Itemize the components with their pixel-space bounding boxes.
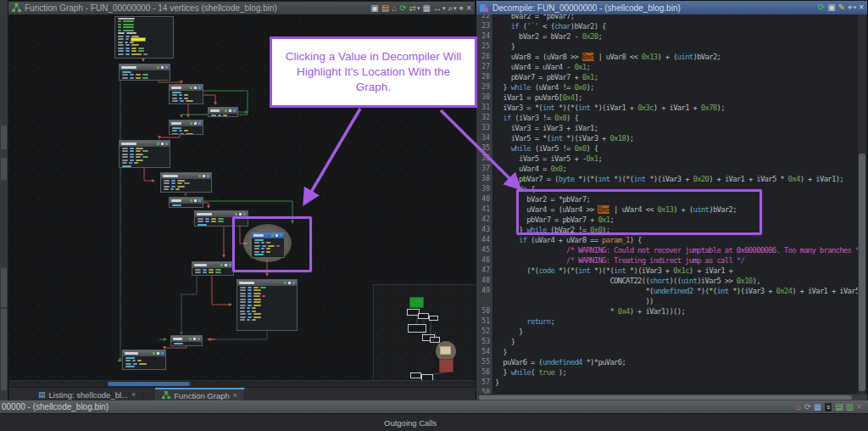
code-line[interactable]: 44 if (uVar4 + uVar8 == param_1) {: [476, 235, 859, 245]
graph-block[interactable]: [236, 279, 298, 331]
code-line[interactable]: 26 uVar8 = (uVar8 >> 0xd | uVar8 << 0x13…: [476, 52, 859, 62]
graph-block[interactable]: [169, 197, 203, 208]
code-line[interactable]: 46 /* WARNING: Treating indirect jump as…: [476, 255, 859, 266]
maximize-icon[interactable]: [198, 122, 201, 125]
scrollbar-thumb[interactable]: [859, 154, 865, 391]
collapsed-panel-button[interactable]: [1, 268, 7, 307]
collapsed-panel-button[interactable]: [1, 158, 7, 180]
graph-block[interactable]: [208, 107, 238, 117]
edit-icon[interactable]: ✎: [838, 3, 845, 12]
edit-icon[interactable]: [225, 109, 227, 112]
satellite-block[interactable]: [410, 372, 421, 378]
background-icon[interactable]: [194, 199, 197, 202]
graph-block[interactable]: [114, 16, 174, 59]
graph-block[interactable]: [122, 350, 166, 370]
home-icon[interactable]: ⌂: [796, 403, 801, 411]
edit-icon[interactable]: [284, 282, 287, 284]
dropdown-arrow-icon[interactable]: ▾: [854, 3, 857, 12]
background-icon[interactable]: [225, 264, 227, 266]
satellite-block[interactable]: [429, 316, 438, 321]
maximize-icon[interactable]: [243, 213, 246, 216]
paste-icon[interactable]: ▤: [381, 4, 389, 13]
code-line[interactable]: 34 iVar5 = *(int *)(iVar3 + 0x18);: [476, 133, 859, 143]
import-icon[interactable]: ▥: [846, 403, 854, 411]
highlighted-token[interactable]: 0xd: [582, 53, 594, 61]
code-line[interactable]: 29 } while (uVar4 != 0x0);: [476, 82, 859, 92]
close-icon[interactable]: ×: [233, 391, 237, 400]
edit-icon[interactable]: [190, 199, 192, 202]
maximize-icon[interactable]: [207, 175, 209, 177]
code-line[interactable]: 52 }: [476, 327, 859, 337]
close-icon[interactable]: ×: [859, 3, 864, 12]
crosshair-icon[interactable]: ⌖: [848, 3, 853, 12]
code-line[interactable]: 33 iVar3 = iVar3 + iVar1;: [476, 123, 859, 133]
satellite-block[interactable]: [430, 337, 440, 343]
edit-icon[interactable]: [157, 66, 159, 69]
graph-block[interactable]: [169, 84, 203, 104]
window-icon[interactable]: ▦: [814, 403, 821, 411]
code-line[interactable]: 31 iVar3 = *(int *)(*(int *)(iVar1 + 0x3…: [476, 103, 859, 113]
export-icon[interactable]: ▤: [835, 403, 843, 411]
edit-icon[interactable]: [190, 87, 192, 89]
background-icon[interactable]: [203, 175, 205, 177]
refresh-icon[interactable]: ⟳: [818, 3, 825, 12]
satellite-block[interactable]: [408, 324, 426, 333]
tab-listing[interactable]: ▤ Listing: shellcode_bl... ×: [31, 388, 143, 401]
code-line[interactable]: 45 /* WARNING: Could not recover jumptab…: [476, 245, 859, 255]
code-line[interactable]: 48 CONCAT22((short)((uint)iVar5 >> 0x10)…: [476, 276, 859, 286]
code-line[interactable]: 53 }: [476, 337, 859, 347]
close-icon[interactable]: ×: [856, 403, 861, 411]
code-line[interactable]: 56 } while( true );: [476, 367, 859, 378]
code-line[interactable]: 50 * 0x4) + iVar1))();: [476, 306, 859, 316]
background-icon[interactable]: [194, 87, 197, 89]
code-line[interactable]: 23 if ('`' < (char)bVar2) {: [476, 21, 859, 31]
edit-icon[interactable]: [198, 175, 201, 177]
close-icon[interactable]: ×: [466, 4, 471, 13]
graph-block[interactable]: [119, 64, 170, 81]
satellite-view[interactable]: [373, 284, 476, 380]
code-line[interactable]: )): [476, 296, 859, 306]
graph-block[interactable]: [169, 120, 203, 135]
decompiler-vertical-scrollbar[interactable]: [858, 14, 866, 394]
edit-icon[interactable]: [157, 143, 159, 145]
background-icon[interactable]: [194, 122, 197, 125]
edit-icon[interactable]: [189, 338, 192, 340]
maximize-icon[interactable]: [161, 352, 164, 355]
code-line[interactable]: 24 bVar2 = bVar2 - 0x20;: [476, 31, 859, 42]
scrollbar-thumb[interactable]: [108, 382, 190, 386]
background-window-titlebar[interactable]: 00000 - (shellcode_blog.bin) ⌂⟳▦s▤▥×: [0, 400, 868, 413]
maximize-icon[interactable]: [292, 282, 295, 284]
code-line[interactable]: 28 pbVar7 = pbVar7 + 0x1;: [476, 72, 859, 82]
background-icon[interactable]: [229, 109, 231, 112]
code-line[interactable]: 38 pbVar7 = (byte *)(*(int *)(*(int *)(i…: [476, 174, 859, 184]
relayout-icon[interactable]: ⇄: [409, 4, 416, 13]
decompiler-titlebar[interactable]: Decompile: FUN_00000000 - (shellcode_blo…: [476, 1, 867, 14]
crosshair-icon[interactable]: ⌖: [459, 4, 465, 13]
maximize-icon[interactable]: [165, 66, 168, 69]
background-icon[interactable]: [239, 213, 242, 216]
dropdown-arrow-icon[interactable]: ▾: [453, 4, 457, 13]
graph-block[interactable]: [119, 140, 170, 168]
maximize-icon[interactable]: [165, 143, 168, 145]
code-line[interactable]: 47 (*(code *)(*(int *)(*(int *)(iVar3 + …: [476, 266, 859, 276]
edit-icon[interactable]: [153, 352, 155, 355]
scrollbar-thumb[interactable]: [479, 395, 852, 400]
collapsed-panel-button[interactable]: [1, 126, 7, 149]
satellite-block-current[interactable]: [440, 346, 451, 355]
code-line[interactable]: 27 uVar4 = uVar4 - 0x1;: [476, 62, 859, 72]
background-icon[interactable]: [157, 352, 159, 355]
maximize-icon[interactable]: [198, 199, 201, 202]
satellite-block[interactable]: [418, 313, 429, 319]
s-badge[interactable]: s: [824, 402, 832, 412]
magnify-icon[interactable]: ⌕: [448, 4, 453, 13]
code-line[interactable]: 49 *(undefined2 *)(*(int *)(iVar3 + 0x24…: [476, 286, 859, 296]
dropdown-arrow-icon[interactable]: ▾: [442, 4, 446, 13]
tab-function-graph[interactable]: Function Graph ×: [155, 388, 245, 401]
background-icon[interactable]: [161, 66, 164, 69]
code-line[interactable]: 58: [476, 388, 859, 394]
code-line[interactable]: 54 }: [476, 347, 859, 357]
code-line[interactable]: 57}: [476, 378, 859, 388]
snapshot-view-icon[interactable]: ▦: [422, 4, 430, 13]
home-icon[interactable]: ⌂: [392, 4, 397, 13]
maximize-icon[interactable]: [233, 109, 236, 112]
